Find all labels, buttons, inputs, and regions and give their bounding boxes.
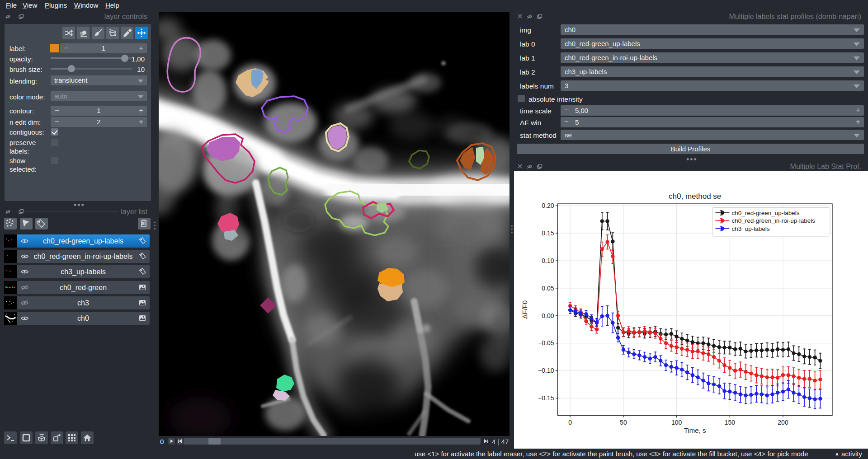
svg-text:−0.15: −0.15: [538, 394, 554, 402]
svg-text:0.15: 0.15: [542, 230, 554, 237]
svg-text:0.10: 0.10: [542, 257, 554, 264]
svg-text:150: 150: [725, 419, 736, 426]
svg-text:0.00: 0.00: [542, 312, 554, 319]
svg-text:50: 50: [620, 419, 627, 426]
svg-text:ch0_red-green_up-labels: ch0_red-green_up-labels: [732, 210, 800, 216]
svg-text:ch0, method se: ch0, method se: [669, 192, 721, 201]
svg-text:ch3_up-labels: ch3_up-labels: [732, 225, 770, 232]
svg-text:−0.10: −0.10: [538, 367, 554, 374]
svg-text:−0.05: −0.05: [538, 339, 554, 347]
svg-text:Time, s: Time, s: [684, 426, 706, 434]
svg-text:0: 0: [568, 419, 572, 426]
svg-text:100: 100: [671, 419, 682, 426]
svg-text:0.05: 0.05: [542, 285, 554, 292]
svg-text:ΔF/F0: ΔF/F0: [521, 300, 528, 319]
svg-text:0.20: 0.20: [542, 202, 554, 209]
svg-text:ch0_red-green_in-roi-up-labels: ch0_red-green_in-roi-up-labels: [732, 217, 816, 224]
svg-text:200: 200: [778, 419, 788, 426]
